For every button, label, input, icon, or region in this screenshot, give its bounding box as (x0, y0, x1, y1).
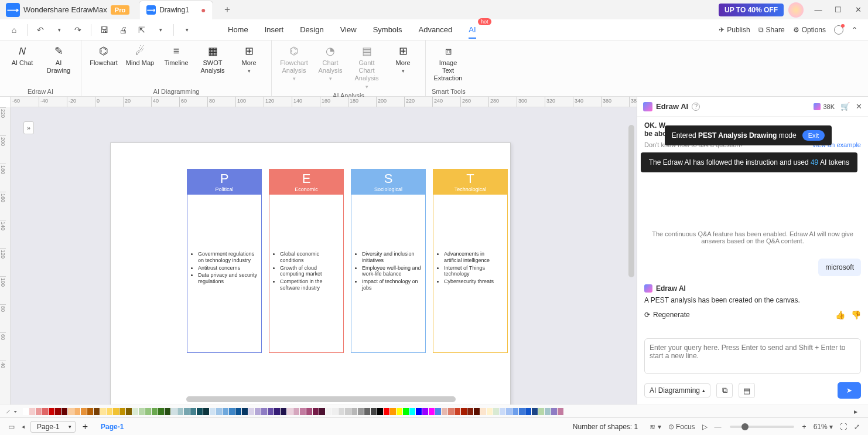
color-swatch[interactable] (235, 408, 241, 415)
page-layout-icon[interactable]: ▭ (5, 422, 18, 432)
export-button[interactable]: ⇱ (134, 22, 150, 38)
page-dropdown[interactable]: Page-1▾ (30, 421, 76, 433)
color-swatch[interactable] (94, 408, 100, 415)
add-page-button[interactable]: + (78, 422, 93, 432)
share-button[interactable]: ⧉Share (758, 26, 785, 34)
color-swatch[interactable] (255, 408, 261, 415)
color-swatch[interactable] (23, 408, 29, 415)
color-swatch[interactable] (493, 408, 499, 415)
color-swatch[interactable] (293, 408, 299, 415)
color-swatch[interactable] (74, 408, 80, 415)
color-swatch[interactable] (261, 408, 267, 415)
menu-home[interactable]: Home (220, 22, 257, 38)
undo-caret[interactable]: ▾ (51, 22, 67, 38)
color-swatch[interactable] (203, 408, 209, 415)
color-swatch[interactable] (487, 408, 493, 415)
color-swatch[interactable] (313, 408, 319, 415)
color-swatch[interactable] (242, 408, 248, 415)
color-swatch[interactable] (500, 408, 505, 415)
line-style-picker[interactable]: ⟋ ▾ (5, 407, 17, 416)
document-tab[interactable]: ⟶ Drawing1 ● (139, 1, 213, 19)
color-swatch[interactable] (306, 408, 312, 415)
color-swatch[interactable] (145, 408, 151, 415)
color-swatch[interactable] (551, 408, 557, 415)
print-button[interactable]: 🖨 (115, 22, 131, 38)
fit-page-icon[interactable]: ⛶ (836, 422, 850, 432)
color-swatch[interactable] (538, 408, 544, 415)
zoom-value[interactable]: 61% ▾ (810, 422, 836, 432)
color-swatch[interactable] (300, 408, 306, 415)
focus-button[interactable]: ⊙ Focus (665, 422, 699, 432)
mindmap-button[interactable]: ☄Mind Map (124, 43, 156, 68)
color-swatch[interactable] (384, 408, 389, 415)
color-swatch[interactable] (274, 408, 280, 415)
color-swatch[interactable] (506, 408, 512, 415)
home-icon[interactable]: ⌂ (6, 22, 22, 38)
menu-advanced[interactable]: Advanced (410, 22, 460, 38)
color-swatch[interactable] (197, 408, 203, 415)
menu-insert[interactable]: Insert (257, 22, 292, 38)
ai-mode-select[interactable]: AI Diagramming▴ (644, 383, 710, 397)
color-swatch[interactable] (177, 408, 183, 415)
color-swatch[interactable] (248, 408, 254, 415)
pest-column[interactable]: TTechnologicalAdvancements in artificial… (433, 169, 508, 353)
zoom-in-button[interactable]: + (799, 422, 810, 432)
ai-attachment-icon-1[interactable]: ⧉ (716, 383, 733, 398)
color-swatch[interactable] (29, 408, 35, 415)
color-swatch[interactable] (532, 408, 538, 415)
color-swatch[interactable] (345, 408, 351, 415)
color-swatch[interactable] (435, 408, 441, 415)
menu-ai[interactable]: AI hot (460, 22, 484, 38)
ai-input-textarea[interactable] (650, 344, 856, 367)
color-swatch[interactable] (42, 408, 48, 415)
thumbs-down-button[interactable]: 👎 (851, 310, 861, 320)
color-swatch[interactable] (55, 408, 61, 415)
color-swatch[interactable] (371, 408, 377, 415)
horizontal-scrollbar[interactable] (186, 396, 456, 402)
tokens-indicator[interactable]: 38K (814, 103, 835, 110)
color-swatch[interactable] (223, 408, 228, 415)
color-swatch[interactable] (81, 408, 87, 415)
close-panel-button[interactable]: ✕ (856, 102, 862, 111)
page[interactable]: PPoliticalGovernment regulations on tech… (110, 142, 511, 405)
close-window-button[interactable]: ✕ (848, 1, 868, 19)
undo-button[interactable]: ↶ (32, 22, 49, 38)
color-swatch[interactable] (429, 408, 435, 415)
promo-banner[interactable]: UP TO 40% OFF (719, 4, 784, 16)
color-swatch[interactable] (422, 408, 428, 415)
color-swatch[interactable] (480, 408, 486, 415)
collapse-ribbon-button[interactable]: ⌃ (852, 26, 857, 34)
color-swatch[interactable] (190, 408, 196, 415)
canvas[interactable]: » PPoliticalGovernment regulations on te… (11, 107, 637, 405)
color-swatch[interactable] (319, 408, 325, 415)
color-swatch[interactable] (332, 408, 338, 415)
color-swatch[interactable] (525, 408, 531, 415)
more-quick[interactable]: ▾ (179, 22, 195, 38)
color-swatch[interactable] (126, 408, 132, 415)
options-button[interactable]: ⚙Options (793, 26, 826, 34)
color-swatch[interactable] (442, 408, 447, 415)
color-swatch[interactable] (36, 408, 42, 415)
ai-attachment-icon-2[interactable]: ▤ (739, 383, 755, 398)
swatch-more[interactable]: ▸ (854, 407, 857, 416)
swot-button[interactable]: ▦SWOT Analysis (196, 43, 229, 76)
cart-icon[interactable]: 🛒 (840, 102, 850, 111)
color-swatch[interactable] (377, 408, 383, 415)
color-swatch[interactable] (474, 408, 480, 415)
fullscreen-icon[interactable]: ⤢ (850, 422, 863, 432)
page-prev[interactable]: ◂ (18, 422, 28, 431)
color-swatch[interactable] (416, 408, 422, 415)
pest-column[interactable]: PPoliticalGovernment regulations on tech… (187, 169, 262, 353)
color-swatch[interactable] (351, 408, 357, 415)
publish-button[interactable]: ✈Publish (719, 26, 750, 34)
color-swatch[interactable] (448, 408, 454, 415)
vertical-scrollbar[interactable] (628, 125, 634, 277)
export-caret[interactable]: ▾ (152, 22, 169, 38)
color-swatch[interactable] (545, 408, 551, 415)
maximize-button[interactable]: ☐ (828, 1, 848, 19)
color-swatch[interactable] (454, 408, 460, 415)
color-swatch[interactable] (287, 408, 293, 415)
color-swatch[interactable] (100, 408, 106, 415)
color-swatch[interactable] (403, 408, 409, 415)
ai-chat-button[interactable]: 𝘕AI Chat (6, 43, 39, 68)
